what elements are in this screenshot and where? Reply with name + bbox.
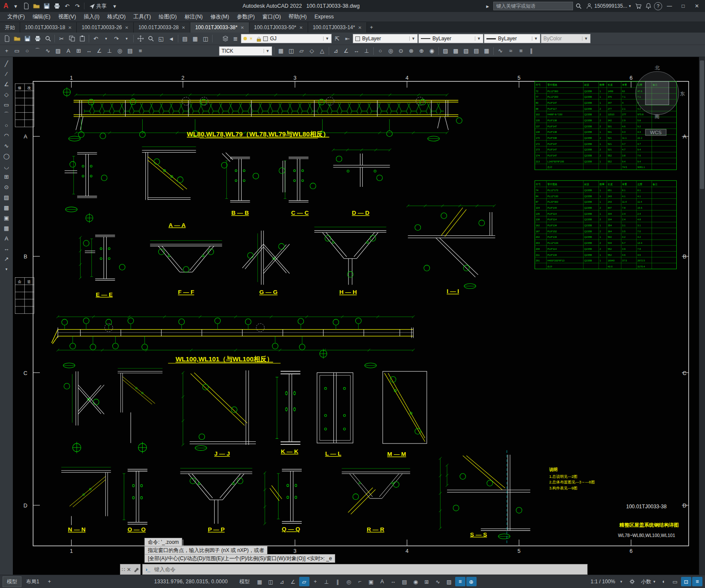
circle-tool[interactable]: ○	[1, 120, 12, 130]
dimension-lines[interactable]	[57, 93, 496, 530]
toolbar-button[interactable]: ⊕	[417, 46, 426, 56]
label-q-q[interactable]: Q — Q	[282, 526, 300, 532]
close-tab-icon[interactable]: ✕	[358, 25, 361, 30]
section-detail-c-c[interactable]	[279, 157, 316, 202]
toolbar-button[interactable]: ≈	[506, 46, 516, 56]
menu-window[interactable]: 窗口(O)	[258, 12, 285, 21]
close-tab-icon[interactable]: ✕	[68, 25, 72, 30]
workspace-switching-toggle[interactable]: ⊕	[466, 577, 477, 586]
layer-properties-button[interactable]	[220, 34, 230, 43]
account-menu[interactable]: 1505999135... ▾	[584, 3, 633, 9]
spline-tool[interactable]: ∿	[1, 141, 12, 150]
save-button[interactable]	[42, 1, 51, 11]
command-input-field[interactable]: ›_	[142, 564, 588, 575]
section-detail-s-s[interactable]	[447, 450, 530, 545]
toolbar-button[interactable]: ▩	[451, 46, 461, 56]
label-c-c[interactable]: C — C	[291, 210, 309, 216]
close-tab-icon[interactable]: ✕	[125, 25, 129, 30]
toolbar-button[interactable]: ⊿	[331, 46, 341, 56]
label-a-a[interactable]: A — A	[168, 222, 186, 228]
command-close-icon[interactable]: ✕	[127, 567, 131, 573]
layout1-tab[interactable]: 布局1	[22, 577, 43, 587]
scale-chevron-icon[interactable]: ▾	[616, 577, 626, 586]
vertical-scrollbar[interactable]	[699, 57, 705, 575]
material-table-2[interactable]: 件号零件规格材质数量长度单重总重备注74PL12*173Q235B16518.1…	[535, 180, 677, 269]
section-detail-o-o[interactable]	[123, 469, 147, 524]
command-bar[interactable]: ∷ ✕ ›_	[120, 564, 588, 575]
toolbar-button[interactable]: ⊗	[406, 46, 416, 56]
section-detail-unlabeled-2[interactable]	[64, 371, 104, 453]
redo-button[interactable]: ↷	[111, 34, 121, 43]
rectangle-tool[interactable]: ▭	[1, 100, 12, 109]
make-layer-current-button[interactable]: ⇱	[332, 34, 342, 43]
menu-draw[interactable]: 绘图(D)	[155, 12, 180, 21]
plot-preview-button[interactable]	[43, 34, 53, 43]
label-n-n[interactable]: N — N	[68, 526, 86, 533]
menu-format[interactable]: 格式(O)	[103, 12, 129, 21]
autoscale-toggle[interactable]: ▨	[444, 577, 454, 586]
toolbar-button[interactable]: A	[63, 46, 73, 56]
toolbar-button[interactable]: ∠	[341, 46, 351, 56]
new-file-button[interactable]	[21, 1, 31, 11]
dropdown-chevron-icon[interactable]: ▼	[409, 36, 415, 41]
zoom-previous-button[interactable]: ◄	[166, 34, 176, 43]
ellipse-tool[interactable]: ◯	[1, 151, 12, 161]
maximize-button[interactable]: □	[677, 1, 690, 11]
section-detail-j-j[interactable]	[190, 370, 256, 450]
insert-block-tool[interactable]: ⊞	[1, 172, 12, 181]
label-h-h[interactable]: H — H	[339, 289, 357, 295]
mtext-tool[interactable]: A	[1, 234, 12, 243]
undo-button[interactable]: ↶	[91, 34, 101, 43]
label-m-m[interactable]: M — M	[387, 451, 406, 457]
leader-tool[interactable]: ↗	[1, 254, 12, 264]
toolbar-button[interactable]: ⌒	[33, 46, 42, 56]
command-bar-grip[interactable]: ∷ ✕	[120, 564, 141, 575]
dropdown-chevron-icon[interactable]: ▼	[323, 36, 329, 41]
search-collapse-chevron-icon[interactable]: ▸	[483, 1, 492, 11]
designcenter-button[interactable]: ▦	[190, 34, 200, 43]
menu-help[interactable]: 帮助(H)	[285, 12, 310, 21]
notes-block[interactable]: 说明 1.总说明见—2图 2.总体布置图见—3～—8图 3.构件表见—9图	[549, 467, 594, 490]
graphics-performance-toggle[interactable]: ▭	[670, 577, 680, 586]
point-tool[interactable]: ⊙	[1, 182, 12, 192]
section-detail-unlabeled-1[interactable]	[65, 153, 107, 223]
xline-tool[interactable]: ∕	[1, 69, 12, 78]
minimize-button[interactable]: —	[663, 1, 676, 11]
toolbar-button[interactable]: +	[2, 46, 12, 56]
toolbar-button[interactable]: ▧	[461, 46, 471, 56]
isodraft-toggle[interactable]: ⊥	[321, 577, 332, 586]
coordinates-display[interactable]: 13331.9796, 280.0315, 0.0000	[154, 579, 228, 585]
toolbar-button[interactable]: ▤	[471, 46, 481, 56]
menu-dimension[interactable]: 标注(N)	[181, 12, 207, 21]
object-snap-toggle[interactable]: ◎	[344, 577, 354, 586]
drawing-canvas[interactable]: 1 2 3 4 5 6 1 2 3 4 5 6 A B C D A	[13, 57, 699, 575]
lineweight-dropdown[interactable]: ByLayer ▼	[484, 34, 540, 43]
toolbar-button[interactable]: ▦	[482, 46, 492, 56]
toolbar-button[interactable]: ↔	[84, 46, 94, 56]
search-icon[interactable]	[574, 1, 583, 11]
label-s-s[interactable]: S — S	[470, 531, 487, 538]
qat-customize-chevron-icon[interactable]: ▾	[110, 1, 120, 11]
toolbar-button[interactable]: ▦	[276, 46, 286, 56]
dimension-tool[interactable]: ↔	[1, 244, 12, 253]
new-tab-button[interactable]: +	[367, 22, 376, 33]
close-tab-icon[interactable]: ✕	[299, 25, 303, 30]
3d-osnap-toggle[interactable]: ↔	[388, 577, 399, 586]
command-input[interactable]	[153, 566, 584, 573]
toolbar-button[interactable]: ◇	[307, 46, 317, 56]
layer-dropdown[interactable]: ☀ GJ ▼	[241, 34, 332, 43]
layer-on-icon[interactable]	[243, 37, 247, 40]
layer-previous-button[interactable]: ⇤	[342, 34, 352, 43]
gizmo-toggle[interactable]: ⊞	[422, 577, 432, 586]
toolbar-button[interactable]: ▭	[12, 46, 22, 56]
annotation-scale-sync-toggle[interactable]: ≡	[455, 577, 465, 586]
hatch-tool[interactable]: ▨	[1, 192, 12, 202]
plot-button[interactable]	[33, 34, 42, 43]
dropdown-chevron-icon[interactable]: ▼	[475, 36, 481, 41]
menu-tools[interactable]: 工具(T)	[129, 12, 155, 21]
customize-wrench-icon[interactable]	[133, 567, 139, 573]
save-button[interactable]	[22, 34, 32, 43]
label-e-e[interactable]: E — E	[96, 291, 112, 298]
lineweight-toggle[interactable]: ⌐	[355, 577, 365, 586]
toolbar-button[interactable]: ◎	[115, 46, 125, 56]
